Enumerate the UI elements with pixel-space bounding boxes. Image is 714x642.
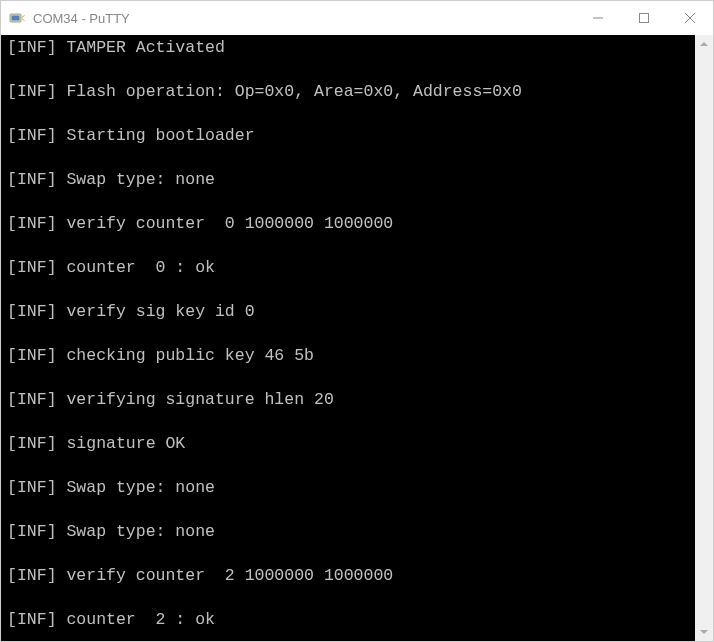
close-button[interactable] [667,1,713,35]
scroll-down-button[interactable] [695,623,713,641]
log-line: [INF] counter 2 : ok [7,609,695,631]
log-line: [INF] TAMPER Activated [7,37,695,59]
log-level: INF [17,38,47,57]
log-level: INF [17,390,47,409]
scrollbar[interactable] [695,35,713,641]
terminal-output[interactable]: [INF] TAMPER Activated [INF] Flash opera… [1,35,695,641]
log-level: INF [17,478,47,497]
titlebar[interactable]: COM34 - PuTTY [1,1,713,35]
log-message: signature OK [66,434,185,453]
log-message: verify counter 2 1000000 1000000 [66,566,393,585]
log-line: [INF] Swap type: none [7,169,695,191]
maximize-button[interactable] [621,1,667,35]
log-level: INF [17,126,47,145]
log-line: [INF] signature OK [7,433,695,455]
log-line: [INF] counter 0 : ok [7,257,695,279]
log-line: [INF] verify sig key id 0 [7,301,695,323]
minimize-button[interactable] [575,1,621,35]
putty-icon [9,10,25,26]
log-line: [INF] checking public key 46 5b [7,345,695,367]
log-message: verify sig key id 0 [66,302,254,321]
svg-rect-3 [640,14,649,23]
log-level: INF [17,302,47,321]
app-window: COM34 - PuTTY [INF] TAMPER Activated [IN… [0,0,714,642]
log-message: counter 0 : ok [66,258,215,277]
log-line: [INF] verifying signature hlen 20 [7,389,695,411]
log-message: verifying signature hlen 20 [66,390,333,409]
log-line: [INF] Swap type: none [7,521,695,543]
svg-rect-1 [12,16,20,21]
log-level: INF [17,170,47,189]
log-message: Swap type: none [66,478,215,497]
log-line: [INF] Starting bootloader [7,125,695,147]
window-controls [575,1,713,35]
log-level: INF [17,346,47,365]
log-message: Starting bootloader [66,126,254,145]
window-title: COM34 - PuTTY [33,11,575,26]
log-line: [INF] verify counter 2 1000000 1000000 [7,565,695,587]
log-level: INF [17,434,47,453]
scroll-track[interactable] [695,53,713,623]
scroll-up-button[interactable] [695,35,713,53]
log-message: counter 2 : ok [66,610,215,629]
log-level: INF [17,82,47,101]
log-level: INF [17,610,47,629]
log-line: [INF] Swap type: none [7,477,695,499]
log-level: INF [17,566,47,585]
log-message: Flash operation: Op=0x0, Area=0x0, Addre… [66,82,521,101]
log-message: TAMPER Activated [66,38,224,57]
log-message: verify counter 0 1000000 1000000 [66,214,393,233]
log-line: [INF] verify counter 0 1000000 1000000 [7,213,695,235]
log-message: checking public key 46 5b [66,346,314,365]
log-line: [INF] Flash operation: Op=0x0, Area=0x0,… [7,81,695,103]
log-level: INF [17,258,47,277]
log-message: Swap type: none [66,522,215,541]
log-level: INF [17,522,47,541]
terminal-wrap: [INF] TAMPER Activated [INF] Flash opera… [1,35,713,641]
log-message: Swap type: none [66,170,215,189]
log-level: INF [17,214,47,233]
